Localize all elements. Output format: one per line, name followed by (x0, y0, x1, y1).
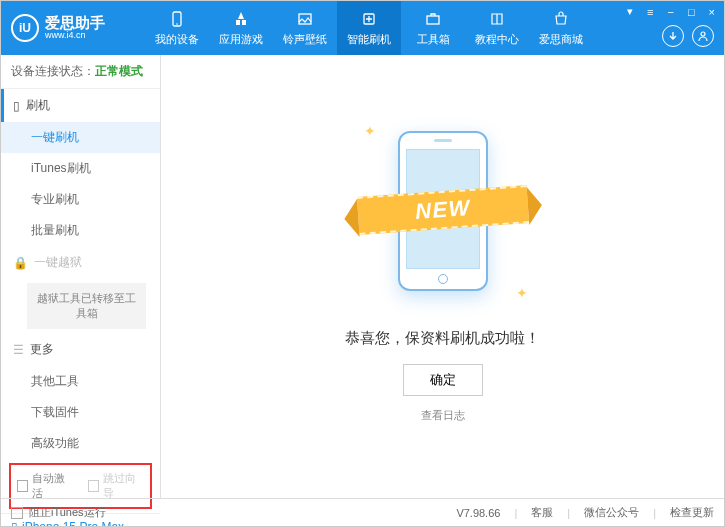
jailbreak-label: 一键越狱 (34, 254, 82, 271)
app-logo: iU 爱思助手 www.i4.cn (11, 14, 105, 42)
phone-icon: ▯ (13, 99, 20, 113)
skip-guide-label: 跳过向导 (103, 471, 144, 501)
toolbox-icon (424, 10, 442, 28)
more-icon: ☰ (13, 343, 24, 357)
sidebar-flash-header[interactable]: ▯ 刷机 (1, 89, 160, 122)
gift-icon[interactable]: ▾ (624, 5, 636, 18)
nav-flash[interactable]: 智能刷机 (337, 1, 401, 55)
user-button[interactable] (692, 25, 714, 47)
titlebar: iU 爱思助手 www.i4.cn 我的设备 应用游戏 铃声壁纸 智能刷机 工具… (1, 1, 724, 55)
sidebar: 设备连接状态：正常模式 ▯ 刷机 一键刷机 iTunes刷机 专业刷机 批量刷机… (1, 55, 161, 498)
nav-label: 铃声壁纸 (283, 32, 327, 47)
section-label: 刷机 (26, 97, 50, 114)
app-subtitle: www.i4.cn (45, 30, 105, 42)
flash-icon (360, 10, 378, 28)
shop-icon (552, 10, 570, 28)
sidebar-item-batch[interactable]: 批量刷机 (1, 215, 160, 246)
menu-button[interactable]: ≡ (644, 6, 656, 18)
auto-activate-checkbox[interactable] (17, 480, 28, 492)
download-button[interactable] (662, 25, 684, 47)
close-button[interactable]: × (706, 6, 718, 18)
nav-my-device[interactable]: 我的设备 (145, 1, 209, 55)
nav-ringtone[interactable]: 铃声壁纸 (273, 1, 337, 55)
sparkle-icon: ✦ (364, 123, 376, 139)
sidebar-more-header[interactable]: ☰ 更多 (1, 333, 160, 366)
sparkle-icon: ✦ (516, 285, 528, 301)
status-value: 正常模式 (95, 64, 143, 78)
book-icon (488, 10, 506, 28)
nav-tutorial[interactable]: 教程中心 (465, 1, 529, 55)
apps-icon (232, 10, 250, 28)
sidebar-item-other-tools[interactable]: 其他工具 (1, 366, 160, 397)
sidebar-item-advanced[interactable]: 高级功能 (1, 428, 160, 459)
nav-label: 爱思商城 (539, 32, 583, 47)
service-link[interactable]: 客服 (531, 505, 553, 520)
section-label: 更多 (30, 341, 54, 358)
svg-point-5 (701, 32, 705, 36)
nav-shop[interactable]: 爱思商城 (529, 1, 593, 55)
block-itunes-checkbox[interactable] (11, 507, 23, 519)
lock-icon: 🔒 (13, 256, 28, 270)
success-illustration: NEW ✦ ✦ (368, 131, 518, 311)
sidebar-item-oneclick[interactable]: 一键刷机 (1, 122, 160, 153)
nav-apps[interactable]: 应用游戏 (209, 1, 273, 55)
status-label: 设备连接状态： (11, 64, 95, 78)
maximize-button[interactable]: □ (685, 6, 698, 18)
jailbreak-note[interactable]: 越狱工具已转移至工具箱 (27, 283, 146, 329)
skip-guide-checkbox[interactable] (88, 480, 99, 492)
footer: 阻止iTunes运行 V7.98.66 | 客服 | 微信公众号 | 检查更新 (1, 498, 724, 526)
nav-label: 教程中心 (475, 32, 519, 47)
wechat-link[interactable]: 微信公众号 (584, 505, 639, 520)
connection-status: 设备连接状态：正常模式 (1, 55, 160, 89)
logo-icon: iU (11, 14, 39, 42)
app-title: 爱思助手 (45, 15, 105, 30)
check-update-link[interactable]: 检查更新 (670, 505, 714, 520)
main-content: NEW ✦ ✦ 恭喜您，保资料刷机成功啦！ 确定 查看日志 (161, 55, 724, 498)
success-message: 恭喜您，保资料刷机成功啦！ (345, 329, 540, 348)
nav-label: 我的设备 (155, 32, 199, 47)
sidebar-item-pro[interactable]: 专业刷机 (1, 184, 160, 215)
new-ribbon: NEW (356, 185, 528, 235)
svg-rect-4 (427, 16, 439, 24)
nav-label: 应用游戏 (219, 32, 263, 47)
image-icon (296, 10, 314, 28)
window-controls: ▾ ≡ − □ × (624, 5, 718, 18)
sidebar-jailbreak-header: 🔒 一键越狱 (1, 246, 160, 279)
version-label: V7.98.66 (456, 507, 500, 519)
minimize-button[interactable]: − (664, 6, 676, 18)
svg-point-1 (176, 23, 178, 25)
block-itunes-label: 阻止iTunes运行 (29, 505, 106, 520)
view-log-link[interactable]: 查看日志 (421, 408, 465, 423)
sidebar-item-download-firmware[interactable]: 下载固件 (1, 397, 160, 428)
nav-label: 工具箱 (417, 32, 450, 47)
top-nav: 我的设备 应用游戏 铃声壁纸 智能刷机 工具箱 教程中心 爱思商城 (145, 1, 593, 55)
sidebar-item-itunes[interactable]: iTunes刷机 (1, 153, 160, 184)
nav-toolbox[interactable]: 工具箱 (401, 1, 465, 55)
phone-icon (168, 10, 186, 28)
ok-button[interactable]: 确定 (403, 364, 483, 396)
auto-activate-label: 自动激活 (32, 471, 73, 501)
nav-label: 智能刷机 (347, 32, 391, 47)
